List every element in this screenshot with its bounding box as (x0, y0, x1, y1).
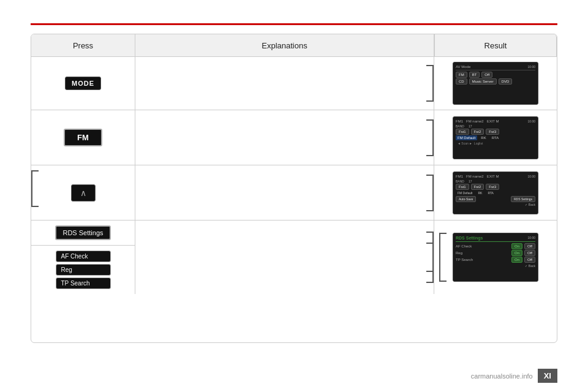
exp-col-fm (135, 110, 434, 165)
combined-rds-row: RDS Settings AF Check Reg TP Search RDS … (31, 220, 557, 294)
screen-title-mode: AV Mode10:00 (456, 65, 535, 69)
submenu-button-group: AF Check Reg TP Search (56, 251, 111, 289)
mode-button[interactable]: MODE (65, 77, 101, 90)
header-explanations: Explanations (135, 34, 434, 56)
result-screen-arrow: FM1 FM name2 EXIT M10:00 BAND17 Fst1Fst2… (453, 172, 538, 214)
screen-title-rds: RDS Settings 10:00 (456, 236, 535, 240)
result-col-mode: AV Mode10:00 FM BT Off CD Music Server D… (434, 57, 557, 110)
header-press: Press (31, 34, 135, 56)
watermark: carmanualsoline.info (471, 372, 533, 380)
row-fm: FM FM1 FM name2 EXIT M10:00 BAND17 Fst1F… (31, 110, 557, 165)
result-col-arrow: FM1 FM name2 EXIT M10:00 BAND17 Fst1Fst2… (434, 165, 557, 220)
af-check-button[interactable]: AF Check (56, 251, 111, 262)
exp-col-mode (135, 57, 434, 110)
sub-row-submenu: AF Check Reg TP Search (31, 245, 135, 294)
row-arrow: ∧ FM1 FM name2 EXIT M10:00 BAND17 Fst1Fs… (31, 165, 557, 220)
press-col-combined: RDS Settings AF Check Reg TP Search (31, 221, 135, 294)
brace-right-arrow (426, 175, 434, 211)
exp-col-combined (135, 221, 434, 294)
screen-title-fm: FM1 FM name2 EXIT M10:00 (456, 119, 535, 123)
screen-title-arrow: FM1 FM name2 EXIT M10:00 (456, 175, 535, 178)
press-col-fm: FM (31, 110, 135, 165)
row-mode: MODE AV Mode10:00 FM BT Off CD Music Ser… (31, 56, 557, 110)
reg-button[interactable]: Reg (56, 264, 111, 276)
result-screen-rds: RDS Settings 10:00 AF Check On Off Reg (453, 233, 538, 282)
main-table: Press Explanations Result MODE AV Mode10… (31, 34, 557, 343)
brace-right-fm (426, 119, 434, 156)
result-col-fm: FM1 FM name2 EXIT M10:00 BAND17 Fst1Fst2… (434, 110, 557, 165)
header-result: Result (434, 34, 557, 56)
result-col-rds: RDS Settings 10:00 AF Check On Off Reg (434, 221, 557, 294)
result-screen-fm: FM1 FM name2 EXIT M10:00 BAND17 Fst1Fst2… (453, 116, 538, 159)
page-number: XI (538, 369, 557, 383)
brace-right-mode (426, 65, 434, 102)
fm-button[interactable]: FM (64, 129, 102, 146)
exp-col-arrow (135, 165, 434, 220)
brace-left-rds (439, 233, 447, 282)
press-col-mode: MODE (31, 57, 135, 110)
sub-row-rds: RDS Settings (31, 221, 135, 245)
rds-settings-button[interactable]: RDS Settings (55, 225, 110, 240)
result-screen-mode: AV Mode10:00 FM BT Off CD Music Server D… (453, 62, 538, 105)
brace-left-arrow (31, 170, 39, 207)
tp-search-button[interactable]: TP Search (56, 277, 111, 289)
arrow-button[interactable]: ∧ (71, 184, 96, 202)
bottom-bar: carmanualsoline.info XI (471, 369, 557, 383)
top-divider (31, 23, 557, 25)
brace-right-combined2 (426, 243, 434, 272)
table-header: Press Explanations Result (31, 34, 557, 56)
press-col-arrow: ∧ (31, 165, 135, 220)
